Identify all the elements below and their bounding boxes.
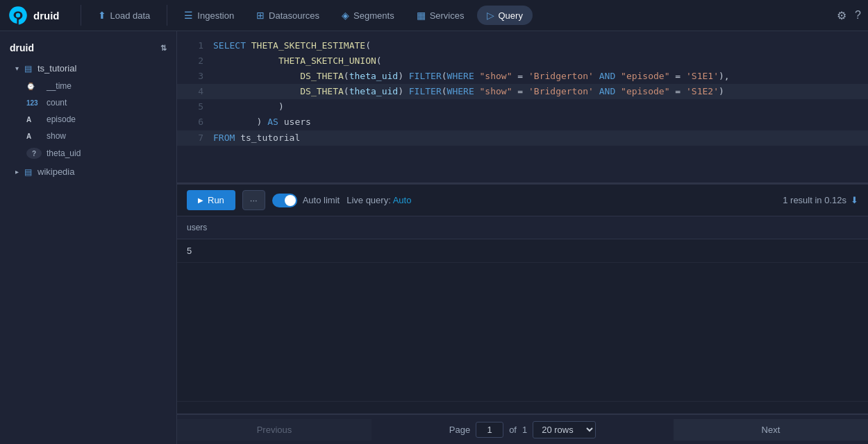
nav-item-query[interactable]: ▷ Query	[477, 6, 533, 25]
code-line-4: 4 DS_THETA(theta_uid) FILTER(WHERE "show…	[177, 84, 868, 99]
code-line-7: 7 FROM ts_tutorial	[177, 130, 868, 146]
logo[interactable]: druid	[7, 4, 60, 26]
sidebar-child-count[interactable]: 123 count	[0, 94, 176, 111]
nav-item-segments[interactable]: ◈ Segments	[332, 6, 404, 25]
toggle-knob	[285, 195, 296, 206]
segments-icon: ◈	[342, 10, 349, 21]
druid-logo-icon	[7, 4, 29, 26]
nav-item-services[interactable]: ▦ Services	[407, 6, 474, 25]
sidebar-child-theta-uid[interactable]: ? theta_uid	[0, 144, 176, 162]
results-table: users 5	[177, 216, 868, 402]
main-layout: druid ⇅ ▾ ▤ ts_tutorial ⌚ __time 123 cou…	[0, 31, 868, 444]
nav-item-services-label: Services	[430, 10, 465, 21]
run-label: Run	[208, 195, 224, 205]
sidebar-item-ts-tutorial-label: ts_tutorial	[37, 63, 76, 74]
type-badge-str-show: A	[26, 133, 42, 140]
content-area: 1 SELECT THETA_SKETCH_ESTIMATE( 2 THETA_…	[177, 31, 868, 444]
more-options-button[interactable]: ···	[242, 190, 265, 210]
table-icon: ▤	[24, 64, 32, 74]
table-icon-wikipedia: ▤	[24, 167, 32, 177]
sidebar-sort-icon[interactable]: ⇅	[160, 44, 167, 53]
datasources-icon: ⊞	[256, 10, 265, 21]
table-row: 5	[177, 239, 868, 263]
auto-limit-toggle[interactable]	[272, 194, 297, 207]
sidebar-child-time-label: __time	[47, 81, 72, 91]
sidebar-child-show-label: show	[47, 131, 66, 141]
of-label: of	[509, 425, 517, 435]
sidebar-child-theta-uid-label: theta_uid	[47, 148, 81, 158]
app-name: druid	[33, 10, 60, 22]
sidebar-title: druid	[10, 42, 34, 53]
sidebar-header: druid ⇅	[0, 37, 176, 59]
nav-item-datasources-label: Datasources	[269, 10, 319, 21]
result-cell-users-value: 5	[177, 239, 868, 263]
results-column-users: users	[177, 216, 868, 239]
sidebar-child-episode[interactable]: A episode	[0, 111, 176, 128]
sidebar-item-wikipedia[interactable]: ▸ ▤ wikipedia	[0, 162, 176, 181]
settings-icon[interactable]: ⚙	[837, 9, 846, 22]
live-query-text: Live query: Auto	[347, 195, 411, 205]
auto-limit-toggle-wrap: Auto limit	[272, 194, 340, 207]
page-input[interactable]	[476, 422, 503, 438]
sidebar-child-time[interactable]: ⌚ __time	[0, 78, 176, 94]
next-button[interactable]: Next	[674, 419, 868, 441]
help-icon[interactable]: ?	[855, 9, 861, 22]
code-editor[interactable]: 1 SELECT THETA_SKETCH_ESTIMATE( 2 THETA_…	[177, 31, 868, 184]
code-line-3: 3 DS_THETA(theta_uid) FILTER(WHERE "show…	[177, 69, 868, 84]
auto-limit-label: Auto limit	[303, 195, 340, 205]
live-query-value[interactable]: Auto	[393, 195, 412, 205]
result-text: 1 result in 0.12s	[783, 195, 846, 205]
sidebar-item-wikipedia-label: wikipedia	[37, 166, 74, 177]
nav-divider-1	[81, 5, 81, 26]
type-badge-time: ⌚	[26, 83, 42, 90]
total-pages: 1	[522, 425, 527, 435]
page-label: Page	[449, 425, 470, 435]
pagination: Previous Page of 1 20 rows 50 rows 100 r…	[177, 413, 868, 444]
type-badge-num: 123	[26, 99, 42, 107]
code-line-2: 2 THETA_SKETCH_UNION(	[177, 53, 868, 69]
topnav: druid ⬆ Load data ☰ Ingestion ⊞ Datasour…	[0, 0, 868, 31]
nav-item-segments-label: Segments	[353, 10, 394, 21]
code-lines: 1 SELECT THETA_SKETCH_ESTIMATE( 2 THETA_…	[177, 31, 868, 153]
nav-item-query-label: Query	[499, 10, 523, 21]
sidebar: druid ⇅ ▾ ▤ ts_tutorial ⌚ __time 123 cou…	[0, 31, 177, 444]
collapse-icon: ▸	[15, 168, 19, 176]
code-line-5: 5 )	[177, 99, 868, 114]
query-icon: ▷	[487, 10, 494, 21]
code-line-1: 1 SELECT THETA_SKETCH_ESTIMATE(	[177, 38, 868, 53]
nav-tools: ⚙ ?	[837, 9, 861, 22]
nav-item-datasources[interactable]: ⊞ Datasources	[247, 6, 329, 25]
results-area: users 5	[177, 216, 868, 413]
type-badge-q: ?	[26, 148, 42, 159]
sidebar-item-ts-tutorial[interactable]: ▾ ▤ ts_tutorial	[0, 59, 176, 78]
page-center: Page of 1 20 rows 50 rows 100 rows	[449, 421, 596, 438]
previous-button[interactable]: Previous	[177, 419, 372, 441]
run-button[interactable]: ▶ Run	[187, 190, 235, 210]
rows-select[interactable]: 20 rows 50 rows 100 rows	[533, 421, 596, 438]
type-badge-str-episode: A	[26, 116, 42, 123]
download-icon[interactable]: ⬇	[851, 195, 858, 205]
sidebar-child-count-label: count	[47, 98, 67, 108]
nav-item-ingestion[interactable]: ☰ Ingestion	[174, 6, 244, 25]
svg-point-0	[16, 13, 20, 17]
sidebar-child-show[interactable]: A show	[0, 128, 176, 144]
play-icon: ▶	[198, 196, 203, 204]
result-info: 1 result in 0.12s ⬇	[783, 195, 858, 205]
expand-icon: ▾	[15, 65, 19, 72]
sidebar-child-episode-label: episode	[47, 114, 76, 124]
nav-item-ingestion-label: Ingestion	[197, 10, 234, 21]
nav-divider-2	[167, 5, 167, 26]
code-line-6: 6 ) AS users	[177, 114, 868, 130]
ingestion-icon: ☰	[184, 10, 193, 21]
nav-item-load-data[interactable]: ⬆ Load data	[88, 6, 160, 25]
toolbar: ▶ Run ··· Auto limit Live query: Auto 1 …	[177, 184, 868, 216]
nav-item-load-data-label: Load data	[110, 10, 151, 21]
results-header-row: users	[177, 216, 868, 239]
load-data-icon: ⬆	[98, 10, 106, 21]
empty-row	[177, 263, 868, 402]
more-options-label: ···	[250, 195, 258, 205]
services-icon: ▦	[417, 10, 426, 21]
